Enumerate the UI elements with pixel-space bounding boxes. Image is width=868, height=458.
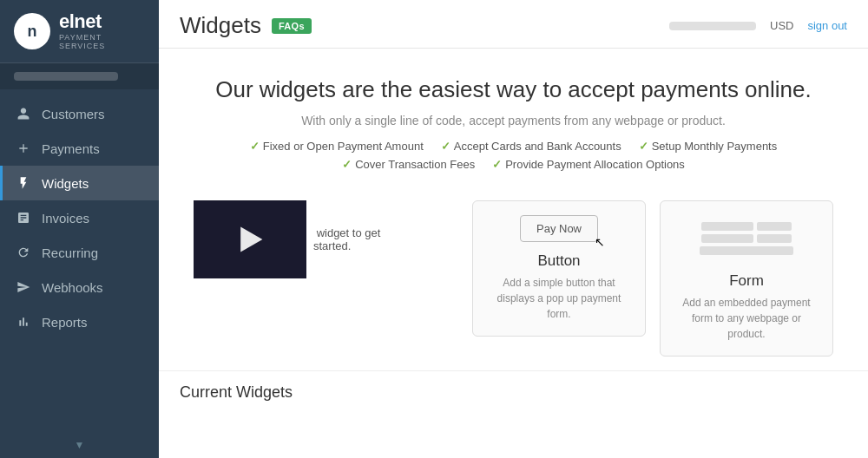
file-icon	[16, 210, 31, 226]
features-row-1: ✓ Fixed or Open Payment Amount ✓ Accept …	[194, 140, 833, 153]
check-icon-4: ✓	[342, 158, 352, 171]
sidebar-item-reports[interactable]: Reports	[0, 304, 159, 339]
feature-cover-fees: ✓ Cover Transaction Fees	[333, 158, 483, 171]
pay-now-preview-button: Pay Now	[520, 215, 598, 242]
person-icon	[16, 106, 31, 121]
video-area: widget to get started.	[194, 200, 385, 278]
form-card-title: Form	[678, 272, 815, 290]
form-field-5	[700, 246, 793, 255]
bar-chart-icon	[16, 314, 31, 330]
sidebar-nav: Customers Payments Widgets Invoices	[0, 89, 159, 432]
hero-section: Our widgets are the easiest way to accep…	[159, 49, 868, 200]
features-row-2: ✓ Cover Transaction Fees ✓ Provide Payme…	[194, 158, 833, 171]
form-row-1	[685, 222, 808, 231]
sidebar-item-customers[interactable]: Customers	[0, 96, 159, 131]
sidebar-item-invoices[interactable]: Invoices	[0, 200, 159, 235]
sidebar: n elnet PaymentServices Customers Paymen…	[0, 0, 159, 458]
button-preview: Pay Now ↖	[490, 215, 628, 242]
feature-fixed-label: Fixed or Open Payment Amount	[263, 140, 424, 153]
feature-allocation: ✓ Provide Payment Allocation Options	[483, 158, 694, 171]
sign-out-link[interactable]: sign out	[807, 19, 847, 32]
widgets-row: widget to get started. Pay Now ↖ Button …	[159, 200, 868, 370]
cursor-icon: ↖	[595, 235, 605, 249]
faq-badge[interactable]: FAQs	[272, 18, 312, 34]
button-card-desc: Add a simple button that displays a pop …	[490, 275, 628, 322]
topbar-right: USD sign out	[669, 19, 847, 32]
current-widgets-section: Current Widgets	[159, 370, 868, 414]
hero-title: Our widgets are the easiest way to accep…	[194, 76, 833, 103]
video-prompt: widget to get started.	[313, 226, 385, 252]
hero-subtitle: With only a single line of code, accept …	[194, 114, 833, 128]
feature-accept-cards: ✓ Accept Cards and Bank Accounts	[432, 140, 630, 153]
feature-fixed-payment: ✓ Fixed or Open Payment Amount	[241, 140, 432, 153]
sidebar-logo: n elnet PaymentServices	[0, 0, 159, 63]
user-avatar-placeholder	[669, 22, 756, 30]
feature-allocation-label: Provide Payment Allocation Options	[505, 158, 685, 171]
form-row-3	[685, 246, 808, 255]
sidebar-item-recurring-label: Recurring	[42, 245, 98, 260]
sidebar-item-payments[interactable]: Payments	[0, 131, 159, 166]
sidebar-item-webhooks-label: Webhooks	[42, 280, 103, 295]
widget-card-button[interactable]: Pay Now ↖ Button Add a simple button tha…	[472, 200, 646, 337]
sidebar-item-recurring[interactable]: Recurring	[0, 235, 159, 270]
sidebar-item-widgets[interactable]: Widgets	[0, 166, 159, 200]
plus-icon	[16, 141, 31, 156]
sidebar-user	[0, 63, 159, 89]
check-icon-5: ✓	[492, 158, 502, 171]
form-field-3	[701, 234, 753, 243]
video-player[interactable]	[194, 200, 306, 278]
sidebar-item-payments-label: Payments	[42, 141, 100, 156]
form-row-2	[685, 234, 808, 243]
bolt-icon	[16, 175, 31, 191]
widget-cards-area: Pay Now ↖ Button Add a simple button tha…	[472, 200, 833, 357]
video-prompt-text: widget to get started.	[313, 226, 380, 252]
topbar: Widgets FAQs USD sign out	[159, 0, 868, 49]
sidebar-item-webhooks[interactable]: Webhooks	[0, 270, 159, 304]
refresh-icon	[16, 245, 31, 260]
logo-icon: n	[14, 13, 50, 49]
feature-monthly-label: Setup Monthly Payments	[652, 140, 778, 153]
currency-label: USD	[770, 19, 793, 32]
sidebar-item-invoices-label: Invoices	[42, 211, 89, 226]
feature-cards-label: Accept Cards and Bank Accounts	[454, 140, 621, 153]
logo-name: elnet	[59, 12, 105, 31]
user-name-placeholder	[14, 72, 118, 81]
sidebar-item-customers-label: Customers	[42, 107, 105, 121]
topbar-left: Widgets FAQs	[180, 12, 312, 39]
logo-text: elnet PaymentServices	[59, 12, 105, 50]
check-icon-1: ✓	[250, 140, 260, 153]
logo-sub: PaymentServices	[59, 33, 105, 50]
page-title: Widgets	[180, 12, 261, 39]
play-button-icon[interactable]	[234, 224, 266, 255]
form-field-4	[757, 234, 792, 243]
form-field-1	[701, 222, 753, 231]
check-icon-2: ✓	[441, 140, 450, 153]
form-preview	[678, 215, 815, 262]
feature-fees-label: Cover Transaction Fees	[355, 158, 475, 171]
sidebar-scroll-down[interactable]: ▼	[0, 432, 159, 458]
button-card-title: Button	[490, 252, 628, 270]
form-field-2	[757, 222, 792, 231]
feature-monthly: ✓ Setup Monthly Payments	[630, 140, 786, 153]
sidebar-item-reports-label: Reports	[42, 315, 88, 330]
sidebar-item-widgets-label: Widgets	[42, 176, 89, 191]
widget-card-form[interactable]: Form Add an embedded payment form to any…	[660, 200, 833, 357]
check-icon-3: ✓	[639, 140, 648, 153]
send-icon	[16, 279, 31, 295]
main-content: Widgets FAQs USD sign out Our widgets ar…	[159, 0, 868, 458]
current-widgets-title: Current Widgets	[180, 383, 847, 402]
form-card-desc: Add an embedded payment form to any webp…	[678, 295, 815, 342]
content-area: Our widgets are the easiest way to accep…	[159, 49, 868, 458]
